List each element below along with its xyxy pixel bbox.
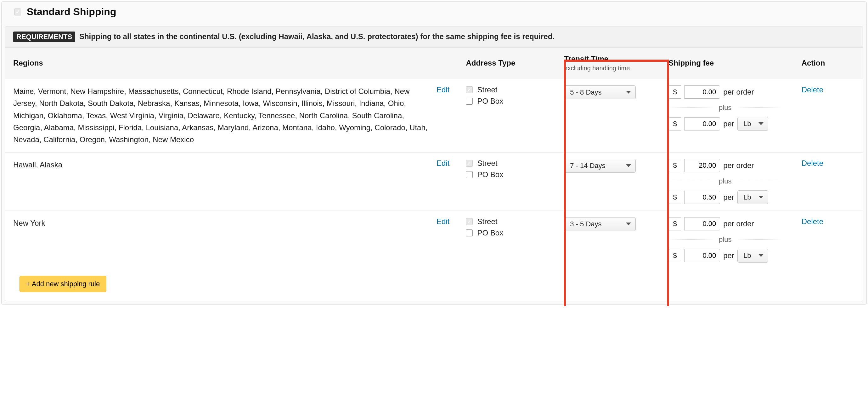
regions-text: Maine, Vermont, New Hampshire, Massachus… (13, 85, 431, 146)
fee-per-order-input[interactable] (684, 217, 720, 230)
edit-link[interactable]: Edit (436, 159, 450, 168)
street-checkbox[interactable]: ✓ (466, 160, 473, 167)
add-shipping-rule-button[interactable]: + Add new shipping rule (20, 276, 106, 292)
fee-per-order-input[interactable] (684, 85, 720, 98)
currency-symbol: $ (669, 159, 681, 172)
col-header-transit-time: Transit Time excluding handling time (556, 48, 660, 79)
transit-time-select[interactable]: 7 - 14 Days (564, 159, 636, 173)
table-row: Maine, Vermont, New Hampshire, Massachus… (5, 79, 863, 152)
requirements-text: Shipping to all states in the continenta… (79, 32, 555, 41)
delete-link[interactable]: Delete (802, 217, 823, 226)
table-row: New York Edit ✓ Street PO Box 3 - 5 Days (5, 210, 863, 269)
weight-unit-select[interactable]: Lb (737, 117, 768, 131)
table-footer: + Add new shipping rule (5, 269, 863, 301)
per-order-label: per order (723, 219, 754, 228)
plus-separator: plus (669, 177, 782, 185)
street-label: Street (477, 159, 497, 168)
panel-header: ✓ Standard Shipping (2, 2, 866, 23)
shipping-panel: ✓ Standard Shipping REQUIREMENTS Shippin… (1, 1, 867, 305)
chevron-down-icon (626, 164, 631, 167)
transit-time-select[interactable]: 5 - 8 Days (564, 85, 636, 99)
currency-symbol: $ (669, 85, 681, 98)
plus-separator: plus (669, 104, 782, 112)
chevron-down-icon (758, 122, 764, 125)
currency-symbol: $ (669, 117, 681, 131)
weight-unit-select[interactable]: Lb (737, 190, 768, 204)
per-label: per (723, 193, 734, 202)
transit-time-value: 5 - 8 Days (570, 88, 601, 96)
delete-link[interactable]: Delete (802, 159, 823, 167)
table-row: Hawaii, Alaska Edit ✓ Street PO Box 7 - … (5, 152, 863, 210)
edit-link[interactable]: Edit (436, 85, 450, 94)
regions-text: New York (13, 217, 431, 229)
weight-unit-select[interactable]: Lb (737, 249, 768, 262)
shipping-table: Regions Address Type Transit Time exclud… (5, 48, 863, 269)
requirements-badge: REQUIREMENTS (13, 31, 75, 42)
weight-unit-value: Lb (743, 252, 751, 260)
po-box-checkbox[interactable] (466, 171, 473, 178)
fee-per-unit-input[interactable] (684, 191, 720, 204)
per-label: per (723, 251, 734, 260)
col-header-action: Action (794, 48, 863, 79)
transit-time-value: 7 - 14 Days (570, 162, 606, 170)
chevron-down-icon (758, 254, 764, 257)
panel-title: Standard Shipping (27, 6, 116, 18)
street-label: Street (477, 85, 497, 94)
transit-time-select[interactable]: 3 - 5 Days (564, 217, 636, 231)
fee-per-order-input[interactable] (684, 159, 720, 172)
shipping-rules-card: REQUIREMENTS Shipping to all states in t… (5, 26, 863, 301)
chevron-down-icon (758, 196, 764, 199)
chevron-down-icon (626, 91, 631, 94)
po-box-label: PO Box (477, 97, 503, 106)
street-label: Street (477, 217, 497, 226)
po-box-checkbox[interactable] (466, 229, 473, 236)
po-box-checkbox[interactable] (466, 98, 473, 105)
street-checkbox[interactable]: ✓ (466, 218, 473, 225)
per-order-label: per order (723, 161, 754, 170)
col-header-regions: Regions (5, 48, 458, 79)
requirements-bar: REQUIREMENTS Shipping to all states in t… (5, 26, 863, 48)
transit-time-value: 3 - 5 Days (570, 220, 601, 228)
street-checkbox[interactable]: ✓ (466, 86, 473, 93)
currency-symbol: $ (669, 191, 681, 204)
weight-unit-value: Lb (743, 193, 751, 201)
edit-link[interactable]: Edit (436, 217, 450, 226)
delete-link[interactable]: Delete (802, 85, 823, 94)
chevron-down-icon (626, 223, 631, 225)
plus-separator: plus (669, 235, 782, 244)
col-header-shipping-fee: Shipping fee (660, 48, 793, 79)
fee-per-unit-input[interactable] (684, 249, 720, 262)
po-box-label: PO Box (477, 228, 503, 237)
currency-symbol: $ (669, 217, 681, 230)
panel-checkbox[interactable]: ✓ (14, 8, 21, 16)
regions-text: Hawaii, Alaska (13, 159, 431, 171)
po-box-label: PO Box (477, 170, 503, 179)
col-header-address-type: Address Type (458, 48, 556, 79)
fee-per-unit-input[interactable] (684, 117, 720, 131)
currency-symbol: $ (669, 249, 681, 262)
per-label: per (723, 119, 734, 128)
weight-unit-value: Lb (743, 120, 751, 128)
per-order-label: per order (723, 88, 754, 96)
